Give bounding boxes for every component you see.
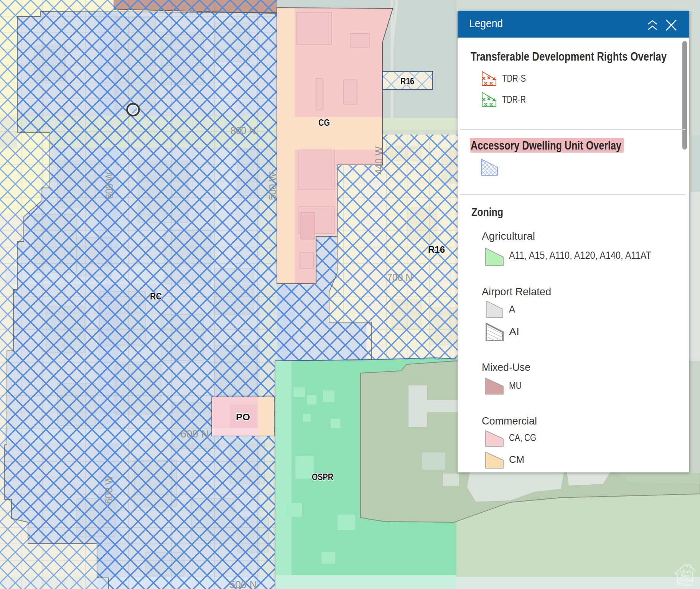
svg-text:.com: .com	[682, 582, 692, 587]
svg-text:OSPR: OSPR	[312, 472, 333, 482]
svg-text:440 W: 440 W	[373, 146, 385, 174]
svg-text:Mixed-Use: Mixed-Use	[482, 362, 530, 373]
svg-text:TDR-S: TDR-S	[502, 73, 526, 84]
svg-text:800 N: 800 N	[231, 125, 256, 137]
svg-text:700 N: 700 N	[387, 271, 412, 283]
svg-text:600 N: 600 N	[180, 428, 209, 440]
svg-text:600 W: 600 W	[103, 475, 115, 504]
svg-text:Agricultural: Agricultural	[482, 230, 535, 242]
svg-text:CM: CM	[509, 454, 524, 465]
svg-text:600 W: 600 W	[103, 172, 115, 199]
svg-text:MU: MU	[509, 380, 522, 391]
svg-text:500 N: 500 N	[229, 579, 257, 589]
svg-text:A11, A15, A110, A120, A140, A1: A11, A15, A110, A120, A140, A11AT	[509, 250, 651, 261]
svg-text:AI: AI	[509, 326, 519, 337]
svg-text:Accessory Dwelling Unit Overla: Accessory Dwelling Unit Overlay	[471, 138, 621, 152]
svg-text:Airport Related: Airport Related	[482, 286, 551, 298]
svg-text:Commercial: Commercial	[482, 415, 537, 427]
svg-text:Zoning: Zoning	[471, 206, 503, 218]
svg-text:CA, CG: CA, CG	[509, 432, 536, 443]
svg-text:R16: R16	[400, 76, 414, 86]
svg-text:PO: PO	[236, 412, 250, 422]
svg-text:TDR-R: TDR-R	[502, 94, 526, 105]
svg-text:500 W: 500 W	[267, 172, 278, 200]
svg-text:Legend: Legend	[469, 17, 503, 30]
svg-text:R16: R16	[428, 244, 445, 255]
svg-text:A: A	[509, 304, 515, 314]
svg-text:Transferable Development Right: Transferable Development Rights Overlay	[471, 49, 667, 63]
svg-text:CG: CG	[318, 117, 330, 128]
svg-text:RC: RC	[150, 291, 162, 301]
